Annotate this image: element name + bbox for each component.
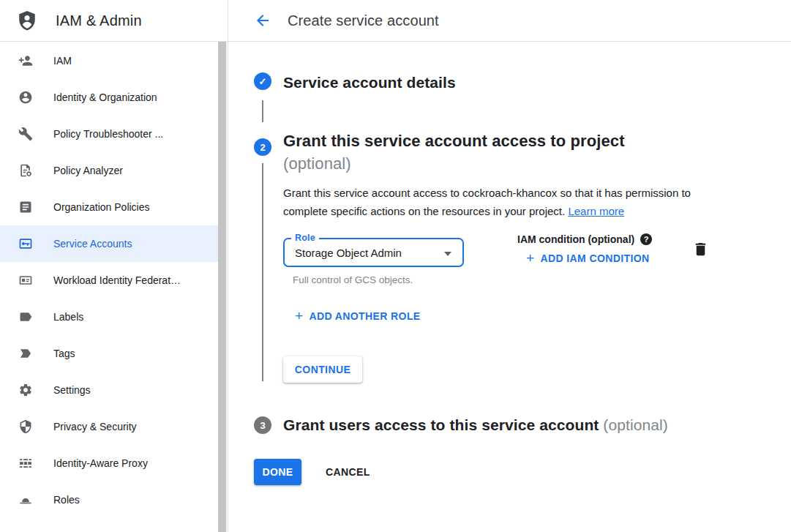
cancel-button[interactable]: CANCEL — [326, 466, 370, 478]
sidebar-item-label: Privacy & Security — [53, 421, 137, 432]
sidebar-item-label: IAM — [53, 55, 72, 67]
sidebar-scrollbar[interactable] — [218, 42, 227, 532]
learn-more-link[interactable]: Learn more — [568, 205, 624, 217]
sidebar-item-label: Labels — [53, 311, 83, 323]
wrench-icon — [18, 127, 33, 141]
roles-hat-icon — [18, 492, 33, 507]
sidebar-item-identity-organization[interactable]: Identity & Organization — [0, 79, 218, 116]
iam-shield-logo-icon — [16, 10, 38, 31]
sidebar-header: IAM & Admin — [0, 0, 228, 42]
plus-icon: + — [295, 310, 304, 323]
sidebar: IAM & Admin IAM Identity & Organization … — [0, 0, 228, 532]
step2-number-badge: 2 — [254, 138, 271, 156]
step2-title: Grant this service account access to pro… — [283, 130, 720, 175]
done-button[interactable]: DONE — [254, 459, 301, 485]
sidebar-item-service-accounts[interactable]: Service Accounts — [0, 225, 218, 262]
step3-rail: 3 — [254, 416, 271, 434]
role-field-label: Role — [291, 233, 319, 243]
sidebar-item-label: Policy Troubleshooter ... — [53, 128, 163, 140]
sidebar-item-label: Roles — [53, 494, 80, 506]
account-circle-icon — [18, 90, 33, 105]
add-iam-condition-button[interactable]: + ADD IAM CONDITION — [526, 252, 652, 265]
sidebar-item-label: Organization Policies — [53, 201, 150, 213]
step3-row: 3 Grant users access to this service acc… — [254, 416, 791, 434]
step-connector-line — [262, 163, 263, 381]
step1-row: ✓ Service account details — [254, 72, 791, 93]
sidebar-item-label: Identity-Aware Proxy — [53, 457, 148, 469]
sidebar-item-label: Policy Analyzer — [53, 165, 123, 176]
dropdown-arrow-icon — [444, 252, 451, 256]
role-helper-text: Full control of GCS objects. — [293, 274, 413, 285]
step3-number-badge: 3 — [254, 416, 271, 434]
step3-title: Grant users access to this service accou… — [283, 416, 668, 434]
sidebar-item-label: Tags — [53, 348, 75, 359]
help-icon[interactable]: ? — [640, 233, 652, 245]
sidebar-nav: IAM Identity & Organization Policy Troub… — [0, 42, 218, 518]
back-arrow-icon[interactable] — [254, 12, 271, 29]
step2-rail: 2 — [254, 130, 271, 383]
page-title: Create service account — [288, 12, 439, 29]
step2-optional-label: (optional) — [283, 154, 351, 173]
sidebar-item-iam[interactable]: IAM — [0, 42, 218, 79]
step2-body: Grant this service account access to pro… — [283, 130, 720, 383]
sidebar-item-workload-identity-federation[interactable]: Workload Identity Federat… — [0, 262, 218, 299]
iam-condition-block: IAM condition (optional) ? + ADD IAM CON… — [517, 233, 652, 265]
delete-role-trash-icon[interactable] — [692, 241, 710, 258]
form-footer: DONE CANCEL — [254, 459, 791, 485]
sidebar-item-policy-analyzer[interactable]: Policy Analyzer — [0, 152, 218, 189]
step3-title-text: Grant users access to this service accou… — [283, 416, 599, 433]
topbar: Create service account — [228, 0, 791, 42]
proxy-layers-icon — [18, 456, 33, 471]
shield-half-icon — [18, 419, 33, 434]
label-tag-icon — [18, 310, 33, 324]
badge-card-icon — [18, 273, 33, 288]
step1-rail: ✓ — [254, 72, 271, 93]
sidebar-item-settings[interactable]: Settings — [0, 372, 218, 408]
gear-icon — [18, 383, 33, 397]
sidebar-item-labels[interactable]: Labels — [0, 299, 218, 335]
role-selected-value: Storage Object Admin — [295, 247, 402, 259]
step2-row: 2 Grant this service account access to p… — [254, 130, 791, 402]
sidebar-item-privacy-security[interactable]: Privacy & Security — [0, 408, 218, 445]
step1-title: Service account details — [283, 72, 456, 93]
add-iam-condition-label: ADD IAM CONDITION — [541, 252, 650, 264]
sidebar-item-policy-troubleshooter[interactable]: Policy Troubleshooter ... — [0, 116, 218, 152]
step2-description: Grant this service account access to coc… — [283, 184, 720, 220]
sidebar-item-label: Identity & Organization — [53, 91, 157, 103]
policy-analyzer-icon — [18, 163, 33, 178]
main-pane: Create service account ✓ Service account… — [228, 0, 791, 532]
sidebar-item-label: Settings — [53, 384, 91, 396]
wizard-content: ✓ Service account details 2 Grant this s… — [228, 42, 791, 485]
step1-complete-check-icon: ✓ — [254, 72, 271, 90]
scrollbar-thumb[interactable] — [218, 42, 226, 532]
role-row: Role Storage Object Admin Full control o… — [283, 231, 720, 289]
document-icon — [18, 200, 33, 214]
product-title: IAM & Admin — [56, 12, 142, 29]
continue-button[interactable]: CONTINUE — [283, 356, 362, 383]
sidebar-item-label: Workload Identity Federat… — [53, 274, 181, 286]
add-another-role-button[interactable]: + ADD ANOTHER ROLE — [295, 310, 720, 323]
iam-condition-label: IAM condition (optional) — [517, 233, 634, 245]
role-select[interactable]: Role Storage Object Admin — [283, 238, 464, 267]
step2-title-text: Grant this service account access to pro… — [283, 132, 625, 150]
add-another-role-label: ADD ANOTHER ROLE — [310, 310, 421, 322]
sidebar-item-identity-aware-proxy[interactable]: Identity-Aware Proxy — [0, 445, 218, 482]
person-add-icon — [18, 53, 33, 68]
sidebar-item-organization-policies[interactable]: Organization Policies — [0, 189, 218, 225]
step3-optional-label: (optional) — [603, 416, 668, 433]
plus-icon: + — [526, 252, 535, 265]
step-connector-line — [262, 100, 263, 122]
sidebar-item-label: Service Accounts — [53, 238, 132, 250]
sidebar-item-roles[interactable]: Roles — [0, 482, 218, 518]
sidebar-item-tags[interactable]: Tags — [0, 335, 218, 372]
tag-arrow-icon — [18, 346, 33, 361]
service-account-key-icon — [18, 236, 33, 251]
step2-description-text: Grant this service account access to coc… — [283, 187, 691, 217]
